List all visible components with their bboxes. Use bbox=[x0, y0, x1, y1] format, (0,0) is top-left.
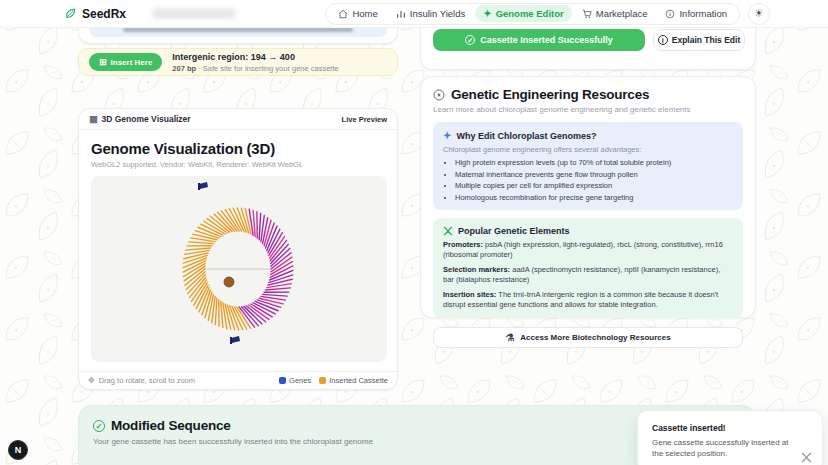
resources-card: Genetic Engineering Resources Learn more… bbox=[420, 76, 756, 318]
nav-item-marketplace[interactable]: Marketplace bbox=[574, 5, 656, 22]
insertion-site-card: ⊞ Insert Here Intergenic region: 194 → 4… bbox=[78, 48, 398, 76]
sparkles-icon: ✦ bbox=[443, 130, 451, 141]
drag-hint-text: Drag to rotate, scroll to zoom bbox=[99, 376, 195, 385]
webgl-status-text: WebGL2 supported. Vendor: WebKit, Render… bbox=[91, 160, 385, 169]
nextjs-dev-badge[interactable]: N bbox=[8, 440, 28, 460]
intergenic-region-subtitle: 207 bp · Safe site for inserting your ge… bbox=[172, 64, 338, 73]
origin-marker bbox=[224, 277, 234, 287]
nav-item-genome-editor[interactable]: ✦ Genome Editor bbox=[475, 5, 571, 22]
nav-item-information[interactable]: Information bbox=[657, 5, 735, 22]
info-circle-icon: i bbox=[658, 35, 668, 45]
toast-title: Cassette inserted! bbox=[652, 423, 810, 433]
cart-icon bbox=[582, 9, 592, 19]
insert-here-button[interactable]: ⊞ Insert Here bbox=[89, 53, 162, 71]
legend-genes: Genes bbox=[279, 376, 311, 385]
bp-count: 207 bp bbox=[172, 64, 196, 73]
visualization-title: Genome Visualization (3D) bbox=[91, 140, 385, 157]
bar-chart-icon bbox=[396, 9, 406, 19]
plasmid-ring-graphic bbox=[91, 176, 387, 362]
grid-icon: ▦ bbox=[89, 114, 98, 124]
intergenic-region-title: Intergenic region: 194 → 400 bbox=[172, 52, 338, 62]
sun-icon: ☀ bbox=[754, 7, 764, 20]
main-nav: Home Insulin Yields ✦ Genome Editor Mark… bbox=[325, 3, 740, 25]
explain-edit-button[interactable]: i Explain This Edit bbox=[653, 29, 745, 51]
genome-3d-canvas[interactable] bbox=[91, 176, 387, 362]
genetic-elements-box: Popular Genetic Elements Promoters: psbA… bbox=[433, 218, 743, 318]
insertion-site-info: Intergenic region: 194 → 400 207 bp · Sa… bbox=[172, 52, 338, 73]
live-preview-badge: Live Preview bbox=[342, 115, 387, 124]
nav-item-insulin-yields[interactable]: Insulin Yields bbox=[388, 5, 473, 22]
visualizer-body: Genome Visualization (3D) WebGL2 support… bbox=[79, 130, 397, 368]
nav-label: Information bbox=[679, 8, 727, 19]
toast-body: Gene cassette successfully inserted at t… bbox=[652, 437, 792, 459]
genome-visualizer-card: ▦ 3D Genome Visualizer Live Preview Geno… bbox=[78, 108, 398, 390]
dna-icon bbox=[801, 452, 812, 463]
nav-item-home[interactable]: Home bbox=[330, 5, 385, 22]
hand-drag-icon: ✥ bbox=[88, 376, 95, 385]
dna-icon bbox=[443, 226, 453, 236]
check-circle-icon: ✓ bbox=[465, 35, 475, 45]
leaf-icon bbox=[64, 7, 77, 20]
access-resources-button[interactable]: ⚗ Access More Biotechnology Resources bbox=[433, 327, 743, 348]
gene-label-glyph-top bbox=[198, 182, 208, 190]
flask-icon: ⚗ bbox=[505, 332, 514, 343]
brand-logo[interactable]: SeedRx bbox=[64, 7, 126, 21]
legend-inserted-cassette: Inserted Cassette bbox=[319, 376, 388, 385]
promoters-row: Promoters: psbA (high expression, light-… bbox=[443, 240, 733, 260]
cassette-inserted-button[interactable]: ✓ Cassette Inserted Successfully bbox=[433, 29, 645, 51]
advantage-item: Maternal inheritance prevents gene flow … bbox=[455, 170, 733, 179]
why-edit-title: ✦ Why Edit Chloroplast Genomes? bbox=[443, 130, 733, 141]
nav-label: Home bbox=[352, 8, 377, 19]
legend: Genes Inserted Cassette bbox=[279, 376, 388, 385]
sparkles-icon: ✦ bbox=[483, 9, 491, 19]
gene-label-glyph-bottom bbox=[230, 336, 240, 344]
plus-square-icon: ⊞ bbox=[99, 58, 107, 67]
visualizer-header: ▦ 3D Genome Visualizer Live Preview bbox=[79, 109, 397, 130]
genetic-elements-title: Popular Genetic Elements bbox=[443, 226, 733, 236]
safe-site-note: · Safe site for inserting your gene cass… bbox=[198, 64, 339, 73]
advantage-item: Homologous recombination for precise gen… bbox=[455, 193, 733, 202]
top-navbar: SeedRx Home Insulin Yields ✦ Genome Edit… bbox=[0, 0, 828, 28]
selection-markers-row: Selection markers: aadA (spectinomycin r… bbox=[443, 265, 733, 285]
visualizer-header-title: ▦ 3D Genome Visualizer bbox=[89, 114, 191, 124]
info-icon bbox=[665, 9, 675, 19]
target-circle-icon bbox=[433, 89, 445, 101]
home-icon bbox=[338, 9, 348, 19]
insertion-sites-row: Insertion sites: The trnI-trnA intergeni… bbox=[443, 290, 733, 310]
nav-label: Genome Editor bbox=[496, 8, 564, 19]
genes-swatch bbox=[279, 377, 286, 384]
advantage-item: High protein expression levels (up to 70… bbox=[455, 158, 733, 167]
theme-toggle-button[interactable]: ☀ bbox=[748, 3, 770, 25]
nav-label: Insulin Yields bbox=[410, 8, 465, 19]
why-edit-intro: Chloroplast genome engineering offers se… bbox=[443, 145, 733, 154]
advantage-item: Multiple copies per cell for amplified e… bbox=[455, 181, 733, 190]
nav-label: Marketplace bbox=[596, 8, 648, 19]
cassette-swatch bbox=[319, 377, 326, 384]
resources-subtitle: Learn more about chloroplast genome engi… bbox=[433, 105, 743, 114]
brand-name: SeedRx bbox=[82, 7, 126, 21]
advantages-list: High protein expression levels (up to 70… bbox=[455, 158, 733, 202]
toast-notification[interactable]: Cassette inserted! Gene cassette success… bbox=[637, 410, 823, 465]
why-edit-box: ✦ Why Edit Chloroplast Genomes? Chloropl… bbox=[433, 122, 743, 210]
check-circle-icon: ✓ bbox=[93, 420, 105, 432]
visualizer-footer: ✥ Drag to rotate, scroll to zoom Genes I… bbox=[79, 371, 397, 389]
page: SeedRx Home Insulin Yields ✦ Genome Edit… bbox=[0, 0, 828, 465]
resources-title: Genetic Engineering Resources bbox=[433, 87, 743, 102]
redacted-text bbox=[152, 8, 236, 19]
insert-here-label: Insert Here bbox=[111, 58, 153, 67]
